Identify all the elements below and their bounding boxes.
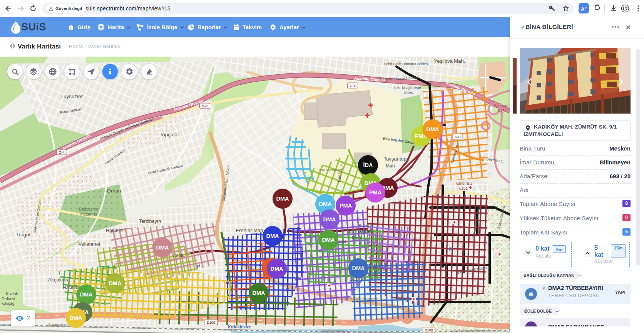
- svg-text:İzmit: İzmit: [337, 239, 346, 244]
- svg-text:Ankara demiryolu: Ankara demiryolu: [321, 329, 348, 333]
- svg-text:605: 605: [455, 135, 460, 139]
- svg-text:Mah: Mah: [386, 163, 395, 169]
- svg-text:Sitesi: Sitesi: [404, 90, 413, 95]
- svg-text:Turgut: Turgut: [16, 232, 31, 238]
- svg-text:Orhan: Orhan: [107, 188, 121, 194]
- svg-text:D100: D100: [207, 321, 215, 325]
- svg-text:DMA: DMA: [352, 265, 365, 271]
- svg-text:DMA: DMA: [109, 280, 122, 286]
- svg-text:Terzibayırı: Terzibayırı: [139, 219, 161, 224]
- svg-text:Orduevi: Orduevi: [2, 297, 15, 301]
- svg-text:Topçular: Topçular: [159, 132, 179, 137]
- svg-text:Kandıra 1: Kandıra 1: [455, 181, 472, 186]
- svg-text:DMA: DMA: [69, 315, 82, 321]
- svg-text:O-4: O-4: [202, 104, 207, 108]
- svg-text:28 Haziran: 28 Haziran: [349, 229, 372, 234]
- svg-text:DMA: DMA: [266, 233, 279, 239]
- svg-text:P: P: [237, 294, 241, 300]
- svg-text:Cedit: Cedit: [172, 253, 184, 258]
- svg-text:O-4: O-4: [350, 84, 355, 88]
- svg-text:İDA: İDA: [363, 162, 373, 168]
- svg-text:Veliahmet: Veliahmet: [78, 241, 100, 247]
- svg-text:Yeşilova Mah.: Yeşilova Mah.: [434, 58, 465, 64]
- svg-text:P: P: [286, 287, 289, 293]
- svg-text:Mah: Mah: [352, 235, 361, 241]
- svg-text:DMA: DMA: [252, 290, 265, 296]
- svg-text:DMA: DMA: [156, 244, 169, 251]
- svg-text:DMA: DMA: [319, 201, 332, 207]
- svg-text:DMA: DMA: [276, 196, 289, 202]
- svg-text:Akçakoca: Akçakoca: [48, 277, 70, 283]
- svg-text:PMA: PMA: [340, 202, 352, 209]
- svg-text:Toki Tavşantepe: Toki Tavşantepe: [393, 85, 421, 90]
- svg-text:P: P: [370, 276, 373, 282]
- svg-text:DMA: DMA: [270, 266, 283, 272]
- svg-text:Kozluk: Kozluk: [6, 291, 18, 296]
- svg-text:P: P: [197, 264, 200, 269]
- svg-text:Bekirpa: Bekirpa: [358, 223, 373, 228]
- svg-text:K13: K13: [498, 109, 505, 113]
- svg-text:Kavşağı: Kavşağı: [2, 301, 15, 306]
- svg-text:DMA: DMA: [323, 216, 336, 223]
- svg-text:Bağçeşme: Bağçeşme: [79, 207, 98, 211]
- svg-text:PMA: PMA: [369, 189, 382, 196]
- svg-text:Asri Mezarlık: Asri Mezarlık: [319, 168, 340, 172]
- svg-text:Şehit Fatih Duman Caddesi: Şehit Fatih Duman Caddesi: [384, 62, 428, 66]
- svg-text:Mezarlığı: Mezarlığı: [80, 212, 97, 216]
- svg-text:O-4: O-4: [59, 151, 64, 154]
- svg-text:P: P: [449, 246, 452, 252]
- svg-text:Kırkikievler: Kırkikievler: [228, 325, 251, 329]
- svg-text:Kandıra: Kandıra: [493, 104, 507, 108]
- svg-text:Hacıhızır: Hacıhızır: [106, 228, 125, 233]
- svg-text:DMA: DMA: [426, 126, 439, 132]
- svg-text:DMA: DMA: [322, 237, 335, 243]
- svg-text:D100: D100: [425, 328, 433, 332]
- svg-text:İstanbul -: İstanbul -: [247, 315, 261, 319]
- svg-text:Erenler Mah: Erenler Mah: [236, 228, 263, 233]
- svg-text:DMA: DMA: [80, 291, 93, 298]
- svg-text:Tüysüzler: Tüysüzler: [60, 94, 83, 99]
- svg-text:K131: K131: [458, 186, 468, 191]
- svg-text:Tavşantepe: Tavşantepe: [384, 156, 410, 162]
